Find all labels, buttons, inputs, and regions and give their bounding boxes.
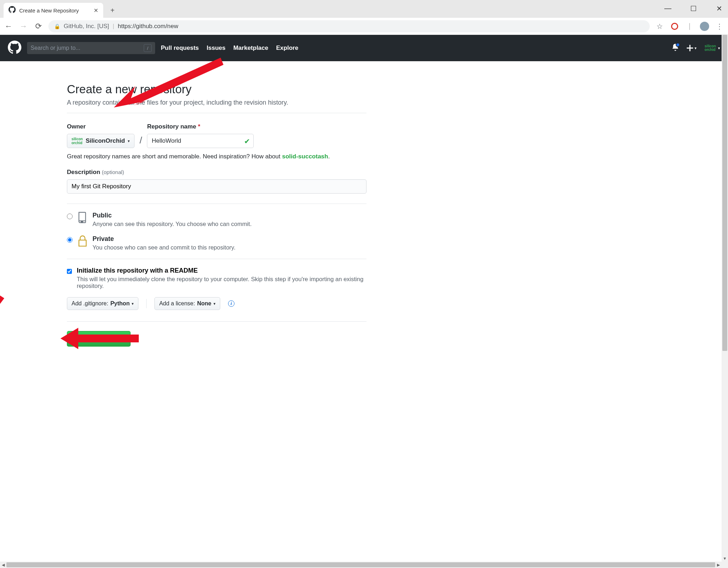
description-input[interactable] (67, 179, 366, 194)
browser-toolbar: ← → ⟳ 🔒 GitHub, Inc. [US] | https://gith… (0, 18, 728, 35)
scroll-right-icon[interactable]: ▶ (715, 562, 722, 568)
ublock-icon[interactable] (670, 21, 680, 31)
annotation-arrow (0, 179, 5, 236)
name-hint: Great repository names are short and mem… (67, 153, 366, 160)
create-repository-button[interactable]: Create repository (67, 331, 131, 347)
readme-checkbox[interactable] (67, 269, 72, 274)
close-tab-icon[interactable]: ✕ (94, 7, 98, 14)
scroll-thumb[interactable] (722, 35, 727, 351)
minimize-icon[interactable]: — (663, 4, 673, 13)
tab-strip: Create a New Repository ✕ + — ☐ ✕ (0, 0, 728, 18)
readme-title: Initialize this repository with a README (77, 267, 198, 274)
github-search[interactable]: / (27, 42, 155, 54)
omnibox-url: https://github.com/new (118, 23, 178, 30)
browser-chrome: Create a New Repository ✕ + — ☐ ✕ ← → ⟳ … (0, 0, 728, 35)
lock-icon: 🔒 (54, 23, 60, 29)
window-controls: — ☐ ✕ (663, 4, 724, 13)
repo-name-label: Repository name * (147, 123, 254, 130)
search-input[interactable] (31, 45, 144, 51)
github-logo[interactable] (8, 41, 21, 56)
tab-title: Create a New Repository (19, 7, 90, 14)
address-bar[interactable]: 🔒 GitHub, Inc. [US] | https://github.com… (48, 20, 650, 32)
forward-button[interactable]: → (19, 21, 28, 31)
caret-icon: ▾ (128, 139, 130, 143)
owner-avatar-icon: silicon orchid (72, 137, 83, 145)
primary-nav: Pull requests Issues Marketplace Explore (161, 44, 298, 52)
page-subhead: A repository contains all the files for … (67, 99, 366, 106)
info-icon[interactable]: i (228, 300, 234, 307)
close-window-icon[interactable]: ✕ (714, 4, 724, 13)
user-menu[interactable]: silicon orchid ▾ (705, 44, 720, 52)
scroll-left-icon[interactable]: ◀ (0, 562, 6, 568)
owner-select[interactable]: silicon orchid SiliconOrchid ▾ (67, 134, 134, 148)
owner-label: Owner (67, 123, 134, 130)
nav-marketplace[interactable]: Marketplace (233, 44, 268, 52)
nav-pull-requests[interactable]: Pull requests (161, 44, 199, 52)
maximize-icon[interactable]: ☐ (688, 4, 699, 13)
caret-icon: ▾ (213, 301, 216, 306)
omnibox-org: GitHub, Inc. [US] (64, 23, 109, 30)
description-label: Description (optional) (67, 169, 366, 176)
page-main: Create a new repository A repository con… (0, 61, 722, 347)
page-title: Create a new repository (67, 83, 366, 96)
repo-icon (78, 212, 88, 225)
private-text: You choose who can see and commit to thi… (93, 244, 236, 251)
caret-icon: ▾ (695, 46, 697, 51)
readme-row[interactable]: Initialize this repository with a README… (67, 267, 366, 289)
private-radio[interactable] (67, 237, 73, 243)
profile-avatar[interactable] (700, 21, 709, 31)
visibility-private-row[interactable]: Private You choose who can see and commi… (67, 235, 366, 251)
public-title: Public (93, 212, 112, 219)
readme-text: This will let you immediately clone the … (77, 276, 366, 289)
user-avatar: silicon orchid (705, 44, 716, 52)
new-tab-button[interactable]: + (106, 6, 119, 15)
annotation-arrow (0, 218, 7, 268)
back-button[interactable]: ← (4, 21, 14, 31)
gitignore-select[interactable]: Add .gitignore: Python ▾ (67, 297, 138, 310)
owner-value: SiliconOrchid (86, 137, 125, 144)
caret-icon: ▾ (132, 301, 134, 306)
scroll-thumb[interactable] (6, 562, 715, 567)
annotation-arrow (0, 259, 11, 305)
private-title: Private (93, 235, 114, 242)
nav-explore[interactable]: Explore (276, 44, 298, 52)
horizontal-scrollbar[interactable]: ◀ ▶ (0, 562, 722, 568)
nav-issues[interactable]: Issues (207, 44, 226, 52)
public-radio[interactable] (67, 214, 73, 219)
public-text: Anyone can see this repository. You choo… (93, 221, 252, 227)
create-menu[interactable]: ▾ (687, 45, 697, 51)
check-icon: ✔ (244, 137, 250, 146)
notifications-icon[interactable] (672, 44, 679, 52)
caret-icon: ▾ (718, 46, 720, 51)
slash-shortcut-icon: / (144, 44, 152, 52)
svg-marker-3 (0, 259, 4, 304)
github-favicon (9, 6, 16, 15)
lock-icon (78, 235, 88, 249)
license-select[interactable]: Add a license: None ▾ (154, 297, 220, 310)
browser-tab[interactable]: Create a New Repository ✕ (4, 3, 103, 18)
repo-name-input[interactable] (147, 134, 254, 148)
scroll-down-icon[interactable]: ▼ (722, 555, 728, 562)
vertical-scrollbar[interactable]: ▲ ▼ (722, 35, 728, 562)
notification-dot (676, 43, 680, 47)
reload-button[interactable]: ⟳ (33, 21, 43, 31)
github-header: / Pull requests Issues Marketplace Explo… (0, 35, 728, 61)
star-icon[interactable]: ☆ (655, 21, 665, 31)
browser-menu-icon[interactable]: ⋮ (714, 21, 724, 31)
suggestion-link[interactable]: solid-succotash (282, 153, 328, 160)
visibility-public-row[interactable]: Public Anyone can see this repository. Y… (67, 212, 366, 227)
